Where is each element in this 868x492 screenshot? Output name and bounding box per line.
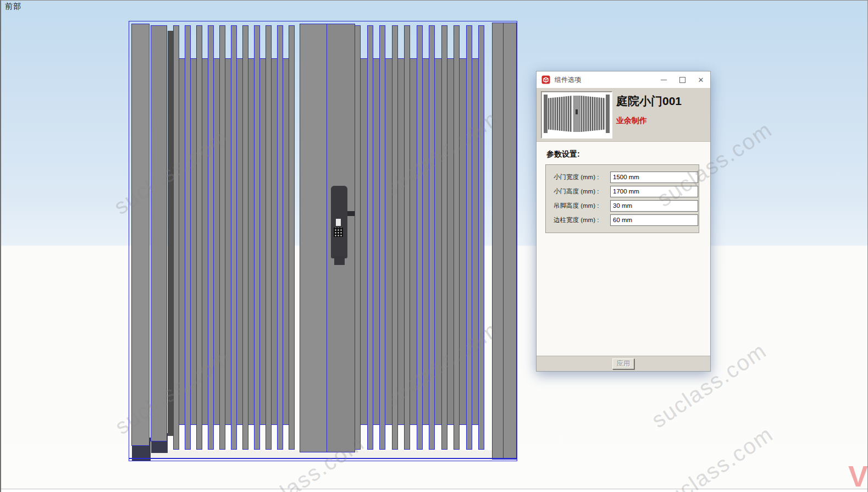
param-row-door-height: 小门高度 (mm) : <box>550 184 695 198</box>
param-label: 吊脚高度 (mm) : <box>550 202 610 210</box>
component-thumbnail <box>541 91 612 139</box>
selection-bounding-box <box>129 21 517 461</box>
maximize-button[interactable] <box>673 72 692 87</box>
param-label: 边柱宽度 (mm) : <box>550 216 610 224</box>
minimize-icon <box>661 80 667 80</box>
component-header: 庭院小门001 业余制作 <box>537 88 710 142</box>
thumb-right-post <box>606 95 610 133</box>
application-window: 前部 <box>0 0 868 492</box>
param-row-foot-height: 吊脚高度 (mm) : <box>550 198 695 213</box>
window-bottom-strip <box>1 489 867 492</box>
apply-button[interactable]: 应用 <box>612 358 634 369</box>
view-name-label: 前部 <box>5 2 21 12</box>
brand-v-watermark: V <box>848 459 868 492</box>
dialog-content: 参数设置: 小门宽度 (mm) : 小门高度 (mm) : 吊脚高度 (mm) … <box>537 142 710 356</box>
close-button[interactable]: ✕ <box>692 72 710 87</box>
dialog-title-bar[interactable]: 组件选项 ✕ <box>537 71 710 88</box>
thumb-left-post <box>544 95 548 133</box>
door-width-input[interactable] <box>610 172 698 183</box>
param-row-door-width: 小门宽度 (mm) : <box>550 170 695 184</box>
dialog-title: 组件选项 <box>555 75 654 85</box>
door-height-input[interactable] <box>610 186 698 197</box>
param-label: 小门高度 (mm) : <box>550 187 610 196</box>
component-author: 业余制作 <box>616 116 647 126</box>
thumb-right-door <box>581 96 605 132</box>
close-icon: ✕ <box>698 76 704 84</box>
component-name: 庭院小门001 <box>616 93 682 109</box>
thumb-left-door <box>548 96 572 132</box>
post-width-input[interactable] <box>610 214 698 226</box>
sketchup-logo-icon <box>541 75 550 84</box>
minimize-button[interactable] <box>654 72 673 87</box>
component-options-dialog: 组件选项 ✕ 庭院小门001 业余制作 参数设置: 小门宽度 (mm) : <box>536 71 711 372</box>
thumb-lock <box>576 109 578 114</box>
param-row-post-width: 边柱宽度 (mm) : <box>550 213 695 227</box>
params-groupbox: 小门宽度 (mm) : 小门高度 (mm) : 吊脚高度 (mm) : 边柱宽度… <box>545 164 699 233</box>
param-label: 小门宽度 (mm) : <box>550 173 610 181</box>
params-heading: 参数设置: <box>546 150 710 159</box>
dialog-footer: 应用 <box>537 356 710 371</box>
maximize-icon <box>679 77 685 83</box>
3d-viewport[interactable]: 前部 <box>1 1 867 489</box>
foot-height-input[interactable] <box>610 200 698 212</box>
gate-model[interactable] <box>129 21 517 461</box>
